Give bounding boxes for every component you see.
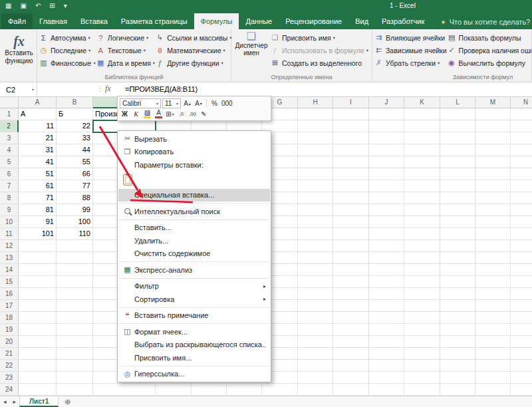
- cell-N4[interactable]: [511, 144, 532, 156]
- excel-logo-icon[interactable]: ▦: [5, 3, 11, 9]
- cell-H3[interactable]: [298, 132, 333, 144]
- cell-I11[interactable]: [333, 228, 369, 240]
- name-manager-button[interactable]: ❏Диспетчеримен: [233, 30, 270, 73]
- shrink-font-button[interactable]: А ▾: [194, 98, 203, 108]
- format-cells-menu-item[interactable]: ◫Формат ячеек...: [118, 325, 270, 339]
- cell-B19[interactable]: [57, 324, 93, 336]
- cell-L17[interactable]: [440, 300, 475, 312]
- cell-C24[interactable]: [93, 384, 156, 396]
- column-header-J[interactable]: J: [369, 97, 404, 108]
- tab-developer[interactable]: Разработчик: [375, 13, 431, 29]
- font-name-select[interactable]: Calibri ▾: [120, 98, 161, 108]
- cell-A16[interactable]: [19, 288, 57, 300]
- cell-K13[interactable]: [404, 252, 440, 264]
- cell-B13[interactable]: [57, 252, 93, 264]
- show-formulas-button[interactable]: ▤Показать формулы: [447, 31, 532, 44]
- logical-button[interactable]: ?Логические▾: [96, 31, 155, 44]
- cell-L1[interactable]: [440, 108, 475, 120]
- tab-data[interactable]: Данные: [239, 13, 279, 29]
- cell-F24[interactable]: [227, 384, 262, 396]
- cell-J1[interactable]: [369, 108, 404, 120]
- cell-H7[interactable]: [298, 180, 333, 192]
- cell-B4[interactable]: 44: [57, 144, 93, 156]
- cell-L22[interactable]: [440, 360, 475, 372]
- undo-icon[interactable]: ↶: [35, 3, 41, 9]
- font-color-button[interactable]: А: [154, 109, 164, 119]
- cell-L20[interactable]: [440, 336, 475, 348]
- cell-N1[interactable]: [511, 108, 532, 120]
- cell-M12[interactable]: [475, 240, 511, 252]
- cell-I22[interactable]: [333, 360, 369, 372]
- cell-M18[interactable]: [475, 312, 511, 324]
- cell-J18[interactable]: [369, 312, 404, 324]
- name-box[interactable]: C2 ▾: [0, 82, 37, 96]
- cell-B24[interactable]: [57, 384, 93, 396]
- cell-A17[interactable]: [19, 300, 57, 312]
- row-header-4[interactable]: 4: [0, 144, 19, 156]
- cell-M24[interactable]: [475, 384, 511, 396]
- cell-I13[interactable]: [333, 252, 369, 264]
- recent-button[interactable]: ◷Последние▾: [39, 44, 96, 57]
- cell-H9[interactable]: [298, 204, 333, 216]
- sheet-nav-left-icon[interactable]: ◂: [0, 398, 10, 405]
- insert-comment-menu-item[interactable]: ❝Вставить примечание: [118, 309, 270, 323]
- cell-A10[interactable]: 91: [19, 216, 57, 228]
- cell-K12[interactable]: [404, 240, 440, 252]
- cell-N6[interactable]: [511, 168, 532, 180]
- cell-J7[interactable]: [369, 180, 404, 192]
- filter-menu-item[interactable]: Фильтр▸: [118, 280, 270, 293]
- cell-B1[interactable]: Б: [57, 108, 93, 120]
- row-header-24[interactable]: 24: [0, 384, 19, 396]
- cell-B5[interactable]: 55: [57, 156, 93, 168]
- cell-B17[interactable]: [57, 300, 93, 312]
- percent-style-button[interactable]: %: [209, 98, 219, 108]
- cell-L3[interactable]: [440, 132, 475, 144]
- cell-M19[interactable]: [475, 324, 511, 336]
- cell-H6[interactable]: [298, 168, 333, 180]
- cell-L4[interactable]: [440, 144, 475, 156]
- cell-J17[interactable]: [369, 300, 404, 312]
- cell-I10[interactable]: [333, 216, 369, 228]
- cell-J21[interactable]: [369, 348, 404, 360]
- cell-M2[interactable]: [475, 120, 511, 132]
- cell-N8[interactable]: [511, 192, 532, 204]
- row-header-18[interactable]: 18: [0, 312, 19, 324]
- tab-page-layout[interactable]: Разметка страницы: [114, 13, 194, 29]
- cell-H17[interactable]: [298, 300, 333, 312]
- cell-L13[interactable]: [440, 252, 475, 264]
- table-icon[interactable]: ⊞: [49, 3, 55, 9]
- cell-B9[interactable]: 99: [57, 204, 93, 216]
- row-header-13[interactable]: 13: [0, 252, 19, 264]
- cell-J3[interactable]: [369, 132, 404, 144]
- cell-N21[interactable]: [511, 348, 532, 360]
- cell-H14[interactable]: [298, 264, 333, 276]
- cell-K3[interactable]: [404, 132, 440, 144]
- trace-dependents-button[interactable]: ⇇Зависимые ячейки: [374, 44, 447, 57]
- cell-K16[interactable]: [404, 288, 440, 300]
- define-name-button[interactable]: ❏Присвоить имя▾: [270, 31, 368, 44]
- cell-M8[interactable]: [475, 192, 511, 204]
- cell-N16[interactable]: [511, 288, 532, 300]
- cell-A19[interactable]: [19, 324, 57, 336]
- cell-B18[interactable]: [57, 312, 93, 324]
- cell-K4[interactable]: [404, 144, 440, 156]
- cell-H16[interactable]: [298, 288, 333, 300]
- paste-option-button[interactable]: [118, 172, 270, 189]
- cell-I7[interactable]: [333, 180, 369, 192]
- cell-K9[interactable]: [404, 204, 440, 216]
- tab-review[interactable]: Рецензирование: [279, 13, 348, 29]
- cell-H20[interactable]: [298, 336, 333, 348]
- cell-H12[interactable]: [298, 240, 333, 252]
- column-header-L[interactable]: L: [440, 97, 475, 108]
- row-header-23[interactable]: 23: [0, 372, 19, 384]
- cell-K21[interactable]: [404, 348, 440, 360]
- grow-font-button[interactable]: А ▴: [182, 98, 192, 108]
- cell-J4[interactable]: [369, 144, 404, 156]
- cell-B7[interactable]: 77: [57, 180, 93, 192]
- cell-I14[interactable]: [333, 264, 369, 276]
- financial-button[interactable]: ▥Финансовые▾: [39, 57, 96, 69]
- cell-G24[interactable]: [262, 384, 298, 396]
- cell-J23[interactable]: [369, 372, 404, 384]
- cell-A2[interactable]: 11: [19, 120, 57, 132]
- cell-K23[interactable]: [404, 372, 440, 384]
